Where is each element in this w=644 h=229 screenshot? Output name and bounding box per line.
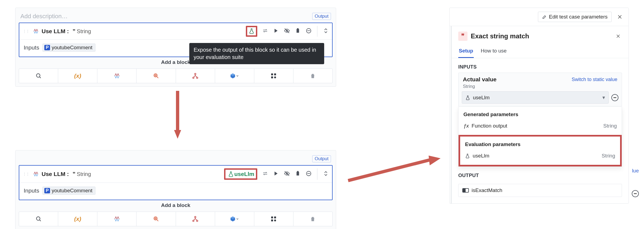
actual-value-label: Actual value	[463, 76, 497, 83]
toolbar-trash[interactable]	[293, 69, 332, 83]
quote-icon: ❞	[458, 32, 467, 41]
block-toolbar: (x)	[19, 212, 333, 226]
expand-icon[interactable]	[323, 171, 329, 178]
svg-line-30	[348, 160, 430, 181]
toolbar-package[interactable]	[215, 69, 254, 83]
arrow-right	[348, 153, 441, 183]
toolbar-search[interactable]	[19, 212, 58, 226]
play-icon[interactable]	[273, 171, 279, 178]
close-icon[interactable]	[616, 13, 624, 21]
svg-rect-18	[297, 171, 299, 172]
toolbar-search[interactable]	[19, 69, 58, 83]
hide-icon[interactable]	[284, 28, 290, 35]
expose-tooltip: Expose the output of this block so it ca…	[189, 43, 324, 64]
expected-value-partial: lue	[632, 168, 639, 174]
remove-input-button[interactable]: −	[611, 94, 618, 101]
block-title: Use LLM :	[42, 28, 69, 35]
eval-config-panel: Edit test case parameters ❞ Exact string…	[449, 8, 629, 204]
llm-icon	[33, 171, 39, 177]
svg-point-6	[155, 75, 156, 76]
tab-setup[interactable]: Setup	[458, 46, 474, 58]
llm-block: ⋮⋮ Use LLM : ❞ String useLlm	[19, 165, 333, 200]
svg-point-7	[195, 73, 196, 75]
switch-static-link[interactable]: Switch to static value	[572, 77, 617, 82]
input-param-chip[interactable]: P youtubeComment	[42, 187, 95, 195]
description-placeholder[interactable]: Add description…	[20, 13, 68, 20]
dropdown-item-usellm[interactable]: useLlm String	[460, 150, 620, 163]
inputs-label: Inputs	[24, 187, 39, 194]
svg-rect-26	[271, 216, 273, 218]
toolbar-llm[interactable]	[97, 69, 137, 83]
svg-point-29	[274, 219, 276, 221]
toolbar-inspect[interactable]	[137, 212, 176, 226]
svg-point-13	[274, 76, 276, 78]
flask-icon	[465, 95, 470, 100]
svg-point-23	[195, 216, 196, 218]
toolbar-apps[interactable]	[254, 212, 293, 226]
disable-icon[interactable]	[306, 28, 312, 35]
svg-point-20	[36, 217, 40, 220]
output-chip[interactable]: Output	[312, 13, 331, 20]
svg-marker-31	[429, 156, 441, 165]
actual-value-card: Actual value Switch to static value Stri…	[458, 73, 622, 107]
disable-icon[interactable]	[306, 171, 312, 178]
swap-icon[interactable]	[262, 28, 268, 35]
expose-label: useLlm	[234, 171, 254, 177]
expand-icon[interactable]	[323, 28, 329, 35]
toolbar-variable[interactable]: (x)	[58, 212, 97, 226]
config-tabs: Setup How to use	[452, 44, 628, 58]
toolbar-branch[interactable]	[176, 69, 215, 83]
drag-handle-icon[interactable]: ⋮⋮	[23, 29, 29, 33]
clipboard-icon[interactable]	[295, 28, 301, 35]
flask-icon[interactable]	[248, 27, 255, 35]
hide-icon[interactable]	[284, 171, 290, 178]
flask-icon	[465, 153, 470, 158]
output-section-label: OUTPUT	[452, 167, 628, 181]
expose-button-highlight	[246, 26, 257, 37]
svg-rect-2	[297, 28, 299, 29]
flask-icon[interactable]	[227, 170, 235, 178]
toolbar-apps[interactable]	[254, 69, 293, 83]
toolbar-variable[interactable]: (x)	[58, 69, 97, 83]
block-toolbar: (x)	[19, 69, 333, 83]
play-icon[interactable]	[273, 28, 279, 35]
caret-down-icon: ▾	[602, 94, 605, 101]
output-value-row: isExactMatch	[458, 184, 622, 197]
toolbar-inspect[interactable]	[137, 69, 176, 83]
output-chip[interactable]: Output	[312, 155, 331, 162]
param-dropdown: Generated parameters ƒx Function output …	[458, 107, 622, 167]
dropdown-item-function-output[interactable]: ƒx Function output String	[459, 120, 622, 133]
clipboard-icon[interactable]	[295, 171, 301, 178]
toolbar-llm[interactable]	[97, 212, 137, 226]
edit-test-case-button[interactable]: Edit test case parameters	[538, 12, 612, 22]
remove-expected-button[interactable]: −	[632, 190, 639, 197]
swap-icon[interactable]	[262, 171, 268, 178]
quote-icon: ❞	[73, 28, 76, 35]
inputs-section-label: INPUTS	[452, 58, 628, 73]
quote-icon: ❞	[73, 171, 76, 177]
param-badge-icon: P	[44, 188, 50, 193]
svg-rect-12	[271, 76, 273, 78]
input-param-chip[interactable]: P youtubeComment	[42, 44, 95, 52]
config-title: Exact string match	[471, 32, 611, 40]
svg-rect-28	[271, 219, 273, 221]
toolbar-trash[interactable]	[293, 212, 332, 226]
toolbar-package[interactable]	[215, 212, 254, 226]
arrow-down	[174, 91, 181, 139]
svg-marker-15	[174, 130, 181, 139]
boolean-icon	[462, 188, 469, 193]
svg-rect-17	[296, 172, 299, 175]
type-badge: ❞ String	[73, 171, 91, 177]
actual-value-select[interactable]: useLlm ▾	[462, 91, 609, 104]
close-icon[interactable]	[614, 32, 622, 40]
toolbar-branch[interactable]	[176, 212, 215, 226]
tab-how-to-use[interactable]: How to use	[480, 46, 507, 58]
drag-handle-icon[interactable]: ⋮⋮	[23, 172, 29, 176]
add-block-link[interactable]: Add a block	[19, 200, 333, 211]
fx-icon: ƒx	[463, 123, 469, 129]
svg-point-5	[154, 74, 157, 77]
svg-rect-1	[296, 29, 299, 33]
expose-button-active-highlight: useLlm	[224, 168, 257, 180]
svg-rect-27	[274, 216, 276, 218]
param-badge-icon: P	[44, 45, 50, 50]
